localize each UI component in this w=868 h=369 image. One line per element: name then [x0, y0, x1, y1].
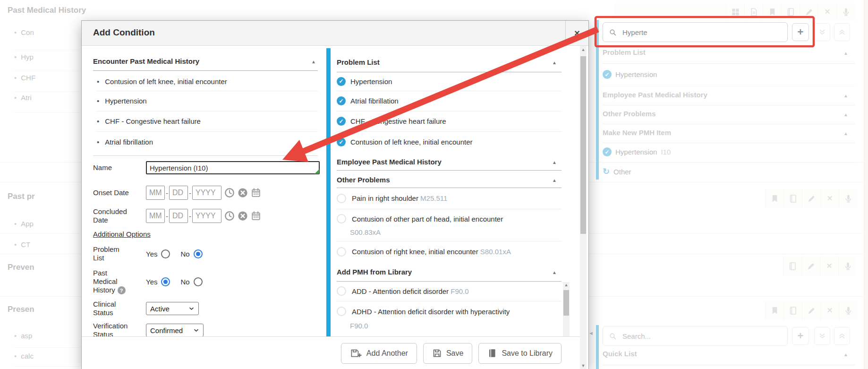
collapse-caret-icon[interactable]: ▲: [311, 60, 316, 64]
concluded-month-input[interactable]: [146, 209, 165, 223]
other-problems-header[interactable]: Other Problems: [337, 176, 390, 184]
plus-icon: +: [798, 27, 804, 37]
problem-list-item[interactable]: ✓Contusion of left knee, initial encount…: [337, 131, 562, 153]
modal-right-pane: Problem List ▲ ✓Hypertension ✓Atrial fib…: [337, 46, 562, 336]
time-icon[interactable]: [224, 211, 235, 221]
problem-list-yes-radio[interactable]: [161, 249, 170, 258]
divider: [93, 155, 318, 156]
employee-pmh-header[interactable]: Employee Past Medical History: [337, 158, 442, 166]
library-item[interactable]: ADHD - Attention deficit disorder with h…: [337, 301, 562, 336]
date-separator: -: [166, 212, 168, 220]
encounter-pmh-header[interactable]: Encounter Past Medical History: [93, 57, 199, 65]
pmh-toggle-row: Past Medical History? Yes No: [93, 267, 203, 296]
scrollbar-thumb[interactable]: [580, 56, 586, 234]
bullet-icon: •: [97, 117, 99, 125]
name-label: Name: [93, 163, 130, 172]
modal-header: Add Condition ✕: [82, 21, 588, 46]
library-scrollbar[interactable]: ▲: [563, 282, 570, 336]
collapse-caret-icon[interactable]: ▲: [552, 60, 557, 65]
save-to-library-button[interactable]: Save to Library: [478, 343, 562, 364]
resize-handle[interactable]: [315, 169, 319, 174]
encounter-item[interactable]: •Atrial fibrillation: [97, 131, 318, 152]
clinical-status-select[interactable]: Active: [146, 302, 199, 315]
clear-date-icon[interactable]: [238, 188, 248, 198]
yes-label: Yes: [146, 278, 157, 286]
icd-code: S80.01xA: [480, 248, 511, 256]
problem-list-item[interactable]: ✓Atrial fibrillation: [337, 91, 562, 111]
other-problem-item[interactable]: Pain in right shoulder M25.511: [337, 188, 562, 209]
collapse-caret-icon[interactable]: ▲: [552, 160, 557, 165]
close-button[interactable]: ✕: [565, 21, 588, 45]
add-condition-button[interactable]: +: [792, 23, 809, 41]
add-pmh-library-header[interactable]: Add PMH from Library: [337, 268, 412, 276]
encounter-item[interactable]: •CHF - Congestive heart failure: [97, 111, 318, 131]
problem-list-toggle-row: Problem List Yes No: [93, 244, 203, 263]
check-circle-icon: ✓: [337, 117, 346, 126]
bullet-icon: •: [97, 77, 99, 86]
chevron-down-icon: [188, 306, 195, 312]
onset-date-row: Onset Date - -: [93, 186, 261, 200]
app-canvas: Past Medical History ✕ •Con •Hyp •CHF •A…: [0, 0, 868, 369]
icd-code: F90.0: [350, 322, 562, 330]
bullet-icon: •: [97, 97, 99, 105]
clear-date-icon[interactable]: [238, 211, 248, 221]
calendar-icon[interactable]: [251, 211, 261, 221]
problem-list-no-radio[interactable]: [194, 249, 203, 258]
condition-search-input[interactable]: [621, 28, 782, 37]
other-problem-item[interactable]: Contusion of right knee, initial encount…: [337, 241, 562, 262]
concluded-date-row: Concluded Date - -: [93, 207, 261, 224]
concluded-year-input[interactable]: [192, 209, 221, 223]
library-item[interactable]: ADD - Attention deficit disorder F90.0: [337, 281, 562, 301]
check-circle-icon: ✓: [337, 96, 346, 105]
icd-code: M25.511: [420, 194, 447, 202]
collapse-caret-icon[interactable]: ▲: [552, 270, 557, 275]
divider: [337, 170, 562, 171]
scroll-up-icon[interactable]: ▲: [563, 282, 570, 288]
other-problem-item[interactable]: Contusion of other part of head, initial…: [337, 209, 562, 241]
name-field-row: Name: [93, 161, 320, 174]
time-icon[interactable]: [224, 188, 235, 198]
onset-day-input[interactable]: [169, 186, 188, 200]
calendar-icon[interactable]: [251, 188, 261, 198]
bullet-icon: •: [97, 138, 99, 146]
verification-status-select[interactable]: Confirmed: [146, 324, 204, 337]
book-icon: [487, 348, 497, 358]
modal-title: Add Condition: [93, 27, 155, 38]
problem-list-label: Problem List: [93, 245, 130, 262]
modal-footer: Add Another Save Save to Library: [82, 336, 580, 369]
chevron-down-icon: [193, 327, 199, 334]
no-label: No: [180, 278, 189, 286]
onset-year-input[interactable]: [192, 186, 221, 200]
problem-list-header[interactable]: Problem List: [337, 58, 380, 66]
save-icon: [432, 348, 442, 358]
encounter-item[interactable]: •Hypertension: [97, 91, 318, 111]
date-separator: -: [189, 212, 191, 220]
save-button[interactable]: Save: [423, 343, 472, 364]
date-separator: -: [166, 189, 168, 197]
concluded-day-input[interactable]: [169, 209, 188, 223]
condition-name-input[interactable]: [146, 161, 320, 174]
pmh-no-radio[interactable]: [194, 277, 203, 286]
empty-circle-icon: [337, 247, 346, 257]
problem-list-item[interactable]: ✓CHF - Congestive heart failure: [337, 111, 562, 131]
save-plus-icon: [350, 348, 362, 358]
scroll-up-icon[interactable]: ▲: [580, 47, 587, 52]
problem-list-item[interactable]: ✓Hypertension: [337, 72, 562, 91]
pmh-yes-radio[interactable]: [161, 277, 170, 286]
onset-month-input[interactable]: [146, 186, 165, 200]
search-icon: [609, 28, 617, 36]
help-icon[interactable]: ?: [118, 286, 126, 294]
empty-circle-icon: [337, 214, 346, 223]
additional-options-link[interactable]: Additional Options: [93, 230, 151, 238]
divider: [93, 70, 318, 71]
modal-scrollbar[interactable]: ▲ ▼: [580, 46, 587, 369]
encounter-item[interactable]: •Contusion of left knee, initial encount…: [97, 72, 318, 91]
add-condition-modal: Add Condition ✕ Encounter Past Medical H…: [81, 20, 589, 369]
scroll-down-icon[interactable]: ▼: [580, 363, 587, 369]
empty-circle-icon: [337, 194, 346, 203]
collapse-caret-icon[interactable]: ▲: [552, 178, 557, 183]
scrollbar-thumb[interactable]: [563, 290, 569, 316]
empty-circle-icon: [337, 286, 346, 296]
panel-collapse-icon[interactable]: ◄: [590, 29, 595, 34]
add-another-button[interactable]: Add Another: [341, 343, 417, 364]
